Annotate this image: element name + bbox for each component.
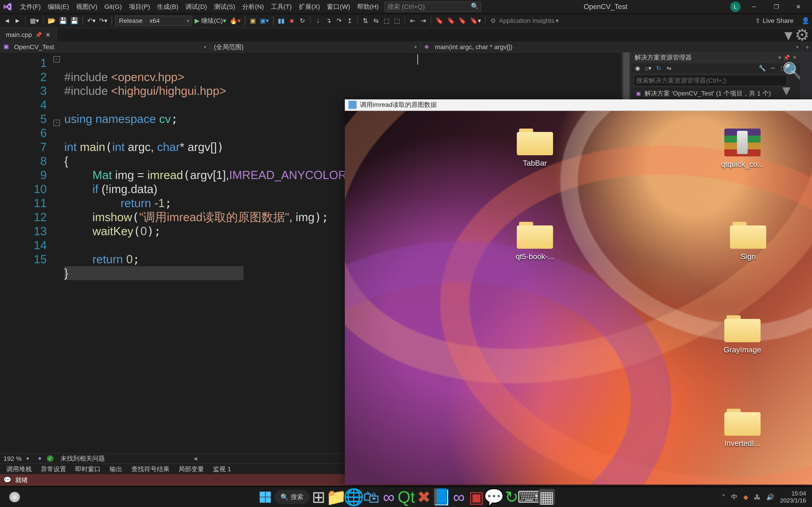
se-btn[interactable]: ↻ <box>655 65 663 71</box>
menu-project[interactable]: 项目(P) <box>125 0 154 14</box>
start-button[interactable] <box>257 489 273 505</box>
menu-window[interactable]: 窗口(W) <box>323 0 354 14</box>
step-out-button[interactable]: ↥ <box>345 16 354 26</box>
vs-taskbar-icon[interactable]: ∞ <box>380 489 397 505</box>
app-insights-label[interactable]: Application Insights <box>499 17 555 24</box>
nav-back-button[interactable]: ◄ <box>2 16 11 26</box>
tab-settings-icon[interactable]: ⚙ <box>795 25 810 44</box>
menu-tools[interactable]: 工具(T) <box>267 0 295 14</box>
feedback-icon[interactable]: 💬 <box>3 476 11 484</box>
btab-output[interactable]: 输出 <box>106 464 126 474</box>
live-share-button[interactable]: ⇪ Live Share 👤 <box>755 17 810 24</box>
menu-ext[interactable]: 扩展(X) <box>295 0 323 14</box>
file-tab-main-cpp[interactable]: main.cpp 📌 ✕ <box>0 28 57 42</box>
search-icon[interactable]: 🔍▾ <box>787 75 798 87</box>
btab-findsymbol[interactable]: 查找符号结果 <box>128 464 173 474</box>
desktop-icon-inverted[interactable]: InvertedI... <box>710 409 775 448</box>
user-avatar[interactable]: L <box>730 2 741 12</box>
dbg-btn-2[interactable]: ⇆ <box>371 16 380 26</box>
bookmarks-3[interactable]: 🔖 <box>457 16 467 26</box>
desktop-icon-qt5book[interactable]: qt5-book-... <box>503 222 567 261</box>
tab-overflow-icon[interactable]: ▾ <box>784 25 793 44</box>
btab-exceptions[interactable]: 异常设置 <box>37 464 70 474</box>
lightbulb-icon[interactable]: ✦ <box>37 455 42 462</box>
menu-debug[interactable]: 调试(D) <box>182 0 210 14</box>
fold-icon[interactable]: − <box>53 56 60 62</box>
solution-search[interactable]: 🔍▾ <box>633 75 798 87</box>
task-view-button[interactable]: ⊞ <box>310 489 327 505</box>
close-panel-icon[interactable]: ✕ <box>793 54 797 61</box>
weather-widget[interactable] <box>6 488 23 506</box>
restart-button[interactable]: ↻ <box>298 16 307 26</box>
desktop-icon-sign[interactable]: Sign <box>716 222 780 261</box>
windows-taskbar[interactable]: 🔍 搜索 ⊞ 📁 🌐 🛍 ∞ Qt ✖ 📘 ∞ ▣ 💬 ↻ ⌨ ▦ ˄ 中 ◆ … <box>0 487 812 507</box>
save-all-button[interactable]: 💾 <box>69 16 80 26</box>
solution-explorer-title[interactable]: 解决方案资源管理器 ▾📌✕ <box>631 53 800 63</box>
fold-column[interactable]: − − <box>53 53 61 453</box>
taskbar-search[interactable]: 🔍 搜索 <box>274 490 309 504</box>
nav-fwd-button[interactable]: ► <box>13 16 22 26</box>
undo-button[interactable]: ↶▾ <box>86 16 97 26</box>
dbg-btn-3[interactable]: ⬚ <box>382 16 391 26</box>
continue-button[interactable]: ▶ 继续(C) ▾ <box>193 16 227 26</box>
nav-func-combo[interactable]: ◈ main(int argc, char * argv[]) <box>421 42 803 52</box>
stop-button[interactable]: ■ <box>287 16 296 26</box>
redo-button[interactable]: ↷▾ <box>98 16 108 26</box>
ime-indicator[interactable]: 中 <box>731 493 738 501</box>
btab-locals[interactable]: 局部变量 <box>175 464 208 474</box>
btab-watch1[interactable]: 监视 1 <box>209 464 235 474</box>
minimize-button[interactable]: ─ <box>745 0 763 14</box>
desktop-icon-grayimage[interactable]: GrayImage <box>710 315 775 354</box>
open-button[interactable]: 📂 <box>46 16 57 26</box>
thread-button[interactable]: ▣▾ <box>259 16 270 26</box>
app-icon[interactable]: ▣ <box>468 489 485 505</box>
config-combo[interactable]: Release <box>115 16 144 26</box>
bookmarks-4[interactable]: 🔖▾ <box>469 16 482 26</box>
save-button[interactable]: 💾 <box>58 16 68 26</box>
close-button[interactable]: ✕ <box>790 0 807 14</box>
step-into-button[interactable]: ↴ <box>324 16 333 26</box>
se-btn[interactable]: 🔧 <box>758 65 766 71</box>
autohide-icon[interactable]: ▾ <box>778 54 781 61</box>
desktop-icon-qtquick[interactable]: qtquick_co... <box>710 128 775 169</box>
pin-icon[interactable]: 📌 <box>783 54 790 61</box>
bookmarks-1[interactable]: 🔖 <box>434 16 445 26</box>
menu-analyze[interactable]: 分析(N) <box>239 0 267 14</box>
se-btn[interactable]: ◉ <box>633 65 642 71</box>
app-icon[interactable]: 💬 <box>486 489 502 505</box>
app-icon[interactable]: 📘 <box>433 489 450 505</box>
pin-icon[interactable]: 📌 <box>35 32 42 38</box>
menu-help[interactable]: 帮助(H) <box>354 0 382 14</box>
se-btn[interactable]: ⇋ <box>665 65 673 71</box>
nav-project-combo[interactable]: ▣ OpenCV_Test <box>0 42 210 52</box>
clock[interactable]: 15:04 2023/1/16 <box>780 490 806 504</box>
opencv-output-window[interactable]: 调用imread读取的原图数据 TabBar qtquick_co... qt5… <box>345 99 812 485</box>
maximize-button[interactable]: ❐ <box>768 0 785 14</box>
fold-icon[interactable]: − <box>53 120 60 126</box>
cv-window-titlebar[interactable]: 调用imread读取的原图数据 <box>345 99 812 111</box>
new-button[interactable]: ▦▾ <box>29 16 40 26</box>
btab-immediate[interactable]: 即时窗口 <box>71 464 105 474</box>
menu-file[interactable]: 文件(F) <box>16 0 44 14</box>
edge-icon[interactable]: 🌐 <box>346 489 362 505</box>
menu-test[interactable]: 测试(S) <box>210 0 239 14</box>
bookmarks-2[interactable]: 🔖 <box>446 16 456 26</box>
dbg-btn-1[interactable]: ⇅ <box>361 16 370 26</box>
hot-reload-button[interactable]: 🔥▾ <box>229 16 242 26</box>
show-next-button[interactable]: ↓ <box>313 16 323 26</box>
global-search[interactable]: 搜索 (Ctrl+Q) 🔍 <box>385 2 481 12</box>
solution-search-input[interactable] <box>633 75 787 87</box>
store-icon[interactable]: 🛍 <box>363 489 379 505</box>
step-over-button[interactable]: ↷ <box>335 16 344 26</box>
se-btn[interactable]: ─ <box>769 65 777 71</box>
tree-root[interactable]: ▣ 解决方案 'OpenCV_Test' (1 个项目，共 1 个) <box>633 89 798 98</box>
menu-view[interactable]: 视图(V) <box>72 0 101 14</box>
tray-overflow-icon[interactable]: ˄ <box>722 494 725 501</box>
scroll-left-icon[interactable]: ◀ <box>191 456 199 461</box>
explorer-icon[interactable]: 📁 <box>328 489 344 505</box>
menu-build[interactable]: 生成(B) <box>154 0 182 14</box>
volume-icon[interactable]: 🔊 <box>766 494 774 501</box>
menu-git[interactable]: Git(G) <box>101 0 125 14</box>
menu-edit[interactable]: 编辑(E) <box>44 0 72 14</box>
app-insights-icon[interactable]: ⚙ <box>489 16 498 26</box>
